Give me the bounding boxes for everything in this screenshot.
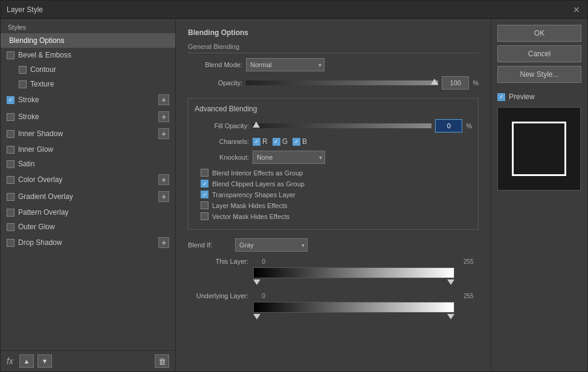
underlying-layer-gradient[interactable] xyxy=(253,302,454,313)
opacity-slider[interactable] xyxy=(246,80,438,85)
opacity-label: Opacity: xyxy=(188,79,242,86)
blend-clipped-checkbox[interactable] xyxy=(201,180,208,188)
channel-b-label: B xyxy=(302,137,307,146)
sidebar-item-inner-glow[interactable]: Inner Glow xyxy=(1,142,175,157)
gradient-overlay-add-button[interactable]: + xyxy=(158,191,169,202)
fill-opacity-label: Fill Opacity: xyxy=(195,122,249,129)
inner-glow-label: Inner Glow xyxy=(18,145,53,154)
general-blending-title: General Blending xyxy=(188,43,479,53)
transparency-shapes-checkbox[interactable] xyxy=(201,191,208,198)
blend-mode-dropdown[interactable]: Normal Dissolve Multiply Screen Overlay xyxy=(246,58,325,71)
color-overlay-checkbox[interactable] xyxy=(7,176,15,184)
sidebar-item-color-overlay[interactable]: Color Overlay + xyxy=(1,171,175,188)
blend-interior-row: Blend Interior Effects as Group xyxy=(195,169,472,177)
preview-row: Preview xyxy=(497,93,581,101)
underlying-layer-left-handle[interactable] xyxy=(253,314,260,319)
sidebar-item-stroke-1[interactable]: Stroke + xyxy=(1,91,175,108)
sidebar-item-outer-glow[interactable]: Outer Glow xyxy=(1,220,175,234)
satin-label: Satin xyxy=(18,160,34,168)
move-up-button[interactable]: ▲ xyxy=(19,354,34,368)
channel-r-checkbox[interactable] xyxy=(253,138,260,146)
satin-checkbox[interactable] xyxy=(7,160,15,168)
underlying-layer-min: 0 xyxy=(253,293,265,299)
preview-checkbox[interactable] xyxy=(497,93,505,101)
fill-opacity-row: Fill Opacity: % xyxy=(195,119,472,132)
styles-header: Styles xyxy=(1,19,175,33)
transparency-shapes-row: Transparency Shapes Layer xyxy=(195,191,472,198)
this-layer-right-handle[interactable] xyxy=(447,279,454,285)
sidebar-item-bevel-emboss[interactable]: Bevel & Emboss xyxy=(1,48,175,62)
ok-button[interactable]: OK xyxy=(497,25,581,42)
section-title: Blending Options xyxy=(188,28,479,37)
sidebar-item-stroke-2[interactable]: Stroke + xyxy=(1,108,175,125)
drop-shadow-checkbox[interactable] xyxy=(7,239,15,247)
sidebar-item-drop-shadow[interactable]: Drop Shadow + xyxy=(1,234,175,251)
inner-glow-checkbox[interactable] xyxy=(7,146,15,154)
close-button[interactable]: ✕ xyxy=(572,5,581,15)
stroke-1-add-button[interactable]: + xyxy=(158,94,169,105)
texture-checkbox[interactable] xyxy=(19,80,27,88)
blend-interior-checkbox[interactable] xyxy=(201,169,208,177)
stroke-2-label: Stroke xyxy=(18,113,39,121)
sidebar-item-contour[interactable]: Contour xyxy=(1,62,175,77)
bevel-emboss-label: Bevel & Emboss xyxy=(18,51,71,59)
advanced-blending-title: Advanced Blending xyxy=(195,105,472,113)
outer-glow-checkbox[interactable] xyxy=(7,223,15,231)
color-overlay-add-button[interactable]: + xyxy=(158,174,169,185)
stroke-2-checkbox[interactable] xyxy=(7,113,15,121)
sidebar-item-blending-options[interactable]: Blending Options xyxy=(1,33,175,48)
channel-g-label: G xyxy=(282,137,288,146)
new-style-button[interactable]: New Style... xyxy=(497,66,581,83)
move-down-button[interactable]: ▼ xyxy=(37,354,52,368)
blend-mode-dropdown-wrapper: Normal Dissolve Multiply Screen Overlay xyxy=(246,58,325,71)
cancel-button[interactable]: Cancel xyxy=(497,45,581,62)
stroke-2-add-button[interactable]: + xyxy=(158,111,169,122)
bevel-emboss-checkbox[interactable] xyxy=(7,51,15,59)
channel-g-checkbox[interactable] xyxy=(273,138,280,146)
contour-checkbox[interactable] xyxy=(19,66,27,74)
this-layer-container: This Layer: 0 255 xyxy=(188,258,479,285)
underlying-layer-container: Underlying Layer: 0 255 xyxy=(188,292,479,319)
sidebar-item-gradient-overlay[interactable]: Gradient Overlay + xyxy=(1,188,175,205)
gradient-overlay-checkbox[interactable] xyxy=(7,193,15,201)
blend-if-section: Blend If: Gray Red Green Blue This Layer… xyxy=(188,238,479,319)
blend-if-dropdown-wrapper: Gray Red Green Blue xyxy=(235,238,308,252)
sidebar-item-inner-shadow[interactable]: Inner Shadow + xyxy=(1,125,175,142)
layer-mask-checkbox[interactable] xyxy=(201,201,208,209)
outer-glow-label: Outer Glow xyxy=(18,223,55,231)
knockout-dropdown-wrapper: None Shallow Deep xyxy=(253,151,325,164)
inner-shadow-add-button[interactable]: + xyxy=(158,128,169,139)
fill-opacity-slider[interactable] xyxy=(253,123,431,128)
left-panel: Styles Blending Options Bevel & Emboss xyxy=(1,19,176,371)
bottom-toolbar: fx ▲ ▼ 🗑 xyxy=(1,350,175,371)
layer-mask-row: Layer Mask Hides Effects xyxy=(195,201,472,209)
drop-shadow-label: Drop Shadow xyxy=(18,238,62,247)
stroke-1-checkbox[interactable] xyxy=(7,96,15,104)
preview-canvas xyxy=(497,107,581,191)
sidebar-item-satin[interactable]: Satin xyxy=(1,157,175,171)
this-layer-gradient[interactable] xyxy=(253,267,454,278)
pattern-overlay-checkbox[interactable] xyxy=(7,209,15,217)
styles-list: Blending Options Bevel & Emboss Contour xyxy=(1,33,175,350)
fill-opacity-input[interactable] xyxy=(435,119,462,132)
channels-group: R G B xyxy=(253,137,307,146)
sidebar-item-texture[interactable]: Texture xyxy=(1,77,175,91)
blend-if-dropdown[interactable]: Gray Red Green Blue xyxy=(235,238,308,252)
knockout-dropdown[interactable]: None Shallow Deep xyxy=(253,151,325,164)
blend-mode-row: Blend Mode: Normal Dissolve Multiply Scr… xyxy=(188,58,479,71)
this-layer-left-handle[interactable] xyxy=(253,279,260,285)
dialog-title: Layer Style xyxy=(7,5,43,14)
vector-mask-checkbox[interactable] xyxy=(201,212,208,220)
channel-g-item: G xyxy=(273,137,288,146)
underlying-layer-right-handle[interactable] xyxy=(447,314,454,319)
inner-shadow-checkbox[interactable] xyxy=(7,130,15,138)
blend-if-label: Blend If: xyxy=(188,241,230,249)
drop-shadow-add-button[interactable]: + xyxy=(158,237,169,248)
advanced-checkboxes: Blend Interior Effects as Group Blend Cl… xyxy=(195,169,472,220)
channel-b-checkbox[interactable] xyxy=(292,138,300,146)
delete-button[interactable]: 🗑 xyxy=(155,354,169,368)
opacity-input[interactable] xyxy=(442,76,469,90)
sidebar-item-pattern-overlay[interactable]: Pattern Overlay xyxy=(1,205,175,220)
fill-opacity-percent: % xyxy=(466,122,472,129)
underlying-layer-handles xyxy=(253,314,454,319)
